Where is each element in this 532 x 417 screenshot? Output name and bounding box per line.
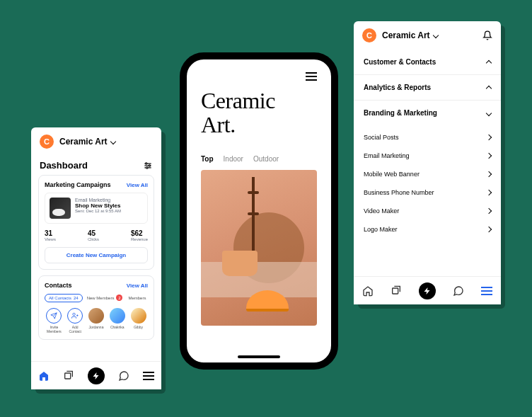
- section-customer-contacts[interactable]: Customer & Contacts: [354, 50, 501, 75]
- brand-avatar[interactable]: C: [40, 135, 54, 149]
- nav-home-icon[interactable]: [362, 285, 374, 297]
- site-title: Ceramic Art.: [201, 89, 317, 137]
- campaign-sent: Sent: Dec 12 at 9:55 AM: [75, 209, 121, 213]
- brand-dropdown[interactable]: Ceramic Art: [59, 137, 115, 147]
- stat-revenue: $62Revenue: [131, 229, 148, 241]
- svg-rect-10: [393, 288, 398, 294]
- members-row: Invite Members Add Contact Jordanna Chak…: [45, 308, 148, 333]
- menu-logo-maker[interactable]: Logo Maker: [354, 220, 501, 239]
- brand-dropdown[interactable]: Ceramic Art: [382, 30, 438, 40]
- phone-mockup: Ceramic Art. Top Indoor Outdoor: [180, 52, 338, 370]
- member-chakrika[interactable]: Chakrika: [108, 308, 127, 333]
- menu-mobile-web-banner[interactable]: Mobile Web Banner: [354, 165, 501, 183]
- header: C Ceramic Art: [354, 21, 501, 50]
- stat-clicks: 45Clicks: [88, 229, 99, 241]
- chip-all-contacts[interactable]: All Contacts 24: [45, 294, 83, 302]
- brand-name: Ceramic Art: [382, 30, 430, 40]
- svg-point-3: [146, 162, 147, 164]
- stat-views: 31Views: [45, 229, 56, 241]
- campaign-text: Email Marketing Shop New Styles Sent: De…: [75, 198, 121, 219]
- chevron-up-icon: [486, 86, 492, 91]
- svg-point-4: [149, 164, 150, 166]
- campaign-stats: 31Views 45Clicks $62Revenue: [45, 229, 148, 241]
- bottom-nav: [354, 276, 501, 304]
- chevron-up-icon: [486, 60, 492, 66]
- chevron-right-icon: [486, 153, 492, 159]
- chip-new-members[interactable]: New Members 2: [86, 293, 125, 302]
- hero-image: [201, 170, 317, 326]
- contact-filter-chips: All Contacts 24 New Members 2 Members: [45, 293, 148, 302]
- menu-panel: C Ceramic Art Customer & Contacts Analyt…: [354, 21, 501, 304]
- marketing-view-all[interactable]: View All: [127, 182, 148, 188]
- campaign-item[interactable]: Email Marketing Shop New Styles Sent: De…: [45, 193, 148, 224]
- header: C Ceramic Art: [31, 127, 161, 156]
- contacts-title: Contacts: [45, 282, 72, 289]
- member-jordanna[interactable]: Jordanna: [87, 308, 106, 333]
- nav-chat-icon[interactable]: [453, 285, 464, 297]
- svg-point-6: [73, 313, 75, 315]
- menu-email-marketing[interactable]: Email Marketing: [354, 147, 501, 165]
- nav-home-icon[interactable]: [38, 370, 50, 382]
- svg-rect-9: [64, 373, 70, 379]
- invite-members[interactable]: Invite Members: [45, 308, 64, 333]
- home-indicator[interactable]: [238, 355, 280, 358]
- campaign-name: Shop New Styles: [75, 202, 121, 209]
- campaign-type: Email Marketing: [75, 198, 121, 202]
- nav-chat-icon[interactable]: [118, 370, 129, 382]
- new-count-badge: 2: [116, 295, 122, 301]
- chevron-right-icon: [486, 208, 492, 214]
- nav-screens-icon[interactable]: [63, 370, 74, 382]
- tab-top[interactable]: Top: [201, 155, 214, 163]
- dashboard-panel: C Ceramic Art Dashboard Marketing Campai…: [31, 127, 161, 389]
- bell-icon[interactable]: [482, 30, 492, 40]
- add-contact[interactable]: Add Contact: [66, 308, 85, 333]
- bottom-nav: [31, 361, 161, 389]
- site-menu-icon[interactable]: [306, 72, 317, 81]
- section-analytics-reports[interactable]: Analytics & Reports: [354, 75, 501, 101]
- chip-members[interactable]: Members: [127, 295, 147, 302]
- create-campaign-button[interactable]: Create New Campaign: [45, 247, 148, 263]
- page-title-row: Dashboard: [31, 156, 161, 175]
- nav-bolt-icon[interactable]: [88, 367, 105, 384]
- nav-screens-icon[interactable]: [391, 285, 402, 297]
- nav-bolt-icon[interactable]: [419, 282, 436, 299]
- chevron-down-icon: [110, 139, 115, 144]
- category-tabs: Top Indoor Outdoor: [201, 155, 317, 163]
- marketing-title: Marketing Campaigns: [45, 181, 111, 188]
- menu-social-posts[interactable]: Social Posts: [354, 128, 501, 147]
- tab-outdoor[interactable]: Outdoor: [253, 155, 279, 163]
- chevron-right-icon: [486, 135, 492, 140]
- page-title: Dashboard: [40, 160, 88, 171]
- member-gibby[interactable]: Gibby: [129, 308, 148, 333]
- tab-indoor[interactable]: Indoor: [224, 155, 243, 163]
- marketing-card: Marketing Campaigns View All Email Marke…: [38, 175, 154, 270]
- contacts-view-all[interactable]: View All: [127, 282, 148, 289]
- chevron-right-icon: [486, 171, 492, 177]
- contacts-card: Contacts View All All Contacts 24 New Me…: [38, 275, 154, 340]
- chevron-down-icon: [486, 110, 492, 115]
- marketing-submenu: Social Posts Email Marketing Mobile Web …: [354, 125, 501, 241]
- chevron-right-icon: [486, 227, 492, 232]
- settings-icon[interactable]: [143, 161, 153, 171]
- campaign-thumbnail: [50, 198, 71, 219]
- menu-video-maker[interactable]: Video Maker: [354, 202, 501, 220]
- brand-name: Ceramic Art: [59, 137, 108, 147]
- nav-menu-icon[interactable]: [481, 287, 492, 295]
- section-branding-marketing[interactable]: Branding & Marketing: [354, 101, 501, 125]
- chevron-right-icon: [486, 190, 492, 195]
- brand-avatar[interactable]: C: [362, 28, 376, 42]
- chevron-down-icon: [432, 33, 438, 38]
- menu-business-phone[interactable]: Business Phone Number: [354, 183, 501, 202]
- nav-menu-icon[interactable]: [143, 372, 154, 380]
- svg-point-5: [146, 166, 148, 168]
